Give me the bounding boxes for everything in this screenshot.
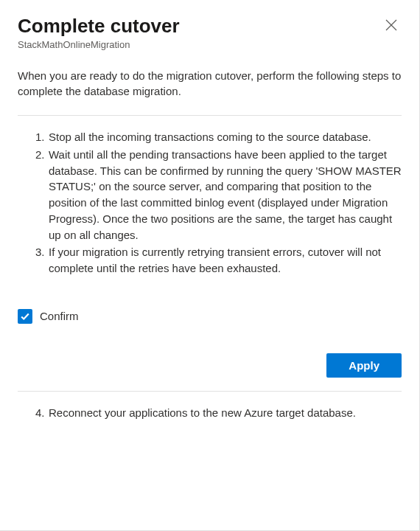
- confirm-label: Confirm: [40, 310, 79, 322]
- steps-list-after: 4. Reconnect your applications to the ne…: [18, 405, 402, 421]
- divider: [18, 391, 402, 392]
- steps-list: Stop all the incoming transactions comin…: [18, 129, 402, 277]
- step-4: 4. Reconnect your applications to the ne…: [35, 405, 402, 421]
- intro-text: When you are ready to do the migration c…: [18, 68, 402, 99]
- close-icon: [385, 19, 397, 31]
- step-2: Wait until all the pending transactions …: [35, 147, 402, 243]
- check-icon: [20, 311, 30, 322]
- apply-button[interactable]: Apply: [326, 353, 402, 378]
- apply-row: Apply: [18, 353, 402, 378]
- dialog-title: Complete cutover: [18, 15, 180, 38]
- step-4-text: Reconnect your applications to the new A…: [49, 406, 356, 419]
- confirm-row: Confirm: [18, 309, 402, 324]
- confirm-checkbox[interactable]: [18, 309, 32, 324]
- step-3: If your migration is currently retrying …: [35, 244, 402, 277]
- divider: [18, 115, 402, 116]
- step-1: Stop all the incoming transactions comin…: [35, 129, 402, 145]
- step-4-number: 4.: [35, 405, 45, 421]
- dialog-subtitle: StackMathOnlineMigration: [18, 39, 402, 50]
- close-button[interactable]: [381, 15, 402, 35]
